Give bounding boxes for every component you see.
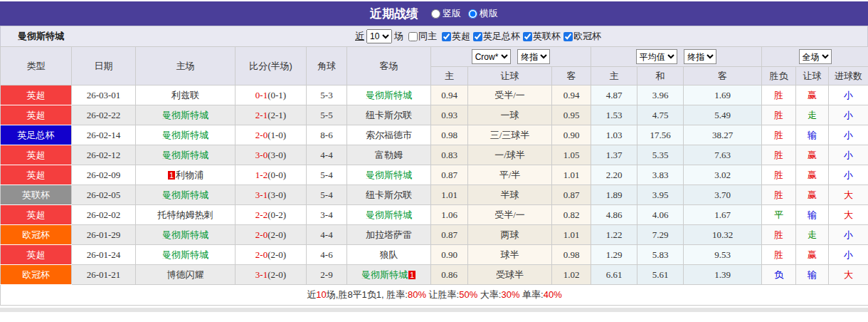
europe-odds-source-select[interactable]: 平均值 (636, 49, 677, 64)
score-cell: 3-1(3-0) (235, 185, 307, 205)
league-filter-option[interactable]: 英足总杯 (470, 30, 520, 43)
away-team-name: 纽卡斯尔联 (366, 110, 412, 120)
half-time-score: (0-2) (268, 209, 286, 220)
layout-radio-horizontal[interactable] (468, 9, 477, 19)
sub-header-goals: 进球数 (829, 67, 868, 85)
match-row: 英超26-02-02托特纳姆热刺2-2(0-2)3-4曼彻斯特城1.06受半/一… (1, 205, 868, 225)
half-time-score: (2-1) (268, 110, 286, 120)
match-period-select[interactable]: 全场 (799, 49, 832, 64)
handicap-odds-cell: 三/三球半 (468, 125, 552, 145)
league-filter-checkbox[interactable] (442, 32, 451, 41)
result-cell: 小 (829, 125, 868, 145)
result-cell: 平 (762, 205, 796, 225)
league-type-cell: 英超 (1, 205, 72, 225)
europe-odds-cell: 4.86 (591, 205, 637, 225)
layout-radio-horizontal-label: 横版 (480, 7, 498, 20)
league-filter-option[interactable]: 欧冠杯 (561, 30, 601, 43)
handicap-odds-cell: 0.87 (552, 185, 591, 205)
europe-odds-cell: 1.29 (591, 245, 637, 265)
home-team-cell: 博德闪耀 (136, 265, 235, 285)
team-name: 曼彻斯特城 (18, 30, 64, 43)
date-cell: 26-02-02 (72, 205, 136, 225)
europe-odds-cell: 1.37 (591, 145, 637, 165)
europe-odds-cell: 5.35 (637, 145, 684, 165)
europe-odds-cell: 9.53 (684, 245, 762, 265)
recent-label[interactable]: 近 (355, 30, 364, 43)
col-header-date: 日期 (72, 47, 136, 85)
result-cell: 小 (829, 145, 868, 165)
sub-header-handicap-line: 让球 (468, 67, 552, 85)
handicap-odds-cell: 0.94 (431, 85, 468, 105)
summary-cell: 近10场,胜8平1负1, 胜率:80% 让胜率:50% 大率:30% 单率:40… (1, 285, 868, 306)
corners-cell: 2-9 (307, 265, 347, 285)
match-row: 英超26-03-01利兹联0-1(0-1)5-3曼彻斯特城0.94受半/一0.9… (1, 85, 868, 105)
layout-radio-vertical[interactable] (431, 9, 440, 19)
filter-controls: 近 10 场 同主 英超英足总杯英联杯欧冠杯 (355, 29, 601, 43)
result-cell: 输 (796, 265, 829, 285)
europe-odds-cell: 3.95 (637, 185, 684, 205)
handicap-odds-cell: 0.87 (431, 165, 468, 185)
league-type-cell: 英超 (1, 85, 72, 105)
corners-cell: 5-3 (307, 85, 347, 105)
same-home-checkbox[interactable] (408, 32, 418, 41)
handicap-odds-time-select[interactable]: 终指 (517, 49, 550, 64)
bottom-divider (0, 308, 868, 312)
corners-cell: 4-6 (307, 245, 347, 265)
layout-option-vertical[interactable]: 竖版 (431, 7, 461, 20)
half-time-score: (0-0) (268, 170, 286, 180)
league-filter-checkbox[interactable] (473, 32, 482, 41)
handicap-odds-cell: 0.93 (431, 105, 468, 125)
date-cell: 26-01-21 (72, 265, 136, 285)
europe-odds-cell: 7.29 (637, 225, 684, 245)
score-cell: 2-1(2-1) (235, 105, 307, 125)
home-team-name: 托特纳姆热刺 (158, 209, 213, 220)
europe-odds-cell: 38.27 (684, 125, 762, 145)
summary-segment: 场,胜8平1负1, 胜率: (327, 289, 408, 300)
date-cell: 26-02-12 (72, 145, 136, 165)
away-team-cell: 纽卡斯尔联 (347, 105, 431, 125)
sub-header-handicap-result: 让球 (796, 67, 829, 85)
league-type-cell: 英超 (1, 165, 72, 185)
league-filter-checkbox[interactable] (523, 32, 532, 41)
europe-odds-cell: 1.53 (591, 105, 637, 125)
date-cell: 26-02-05 (72, 185, 136, 205)
rank-badge: 1 (408, 271, 416, 279)
result-cell: 胜 (762, 85, 796, 105)
match-row: 英超26-01-24曼彻斯特城2-0(2-0)4-6狼队0.90球半0.981.… (1, 245, 868, 265)
date-cell: 26-01-29 (72, 225, 136, 245)
result-cell: 小 (829, 165, 868, 185)
full-time-score: 2-1 (255, 110, 268, 120)
handicap-odds-cell: 一/球半 (468, 145, 552, 165)
half-time-score: (2-0) (268, 269, 286, 280)
result-cell: 胜 (762, 125, 796, 145)
filter-bar: 曼彻斯特城 近 10 场 同主 英超英足总杯英联杯欧冠杯 (0, 26, 868, 46)
europe-odds-cell: 1.39 (684, 265, 762, 285)
date-cell: 26-02-22 (72, 105, 136, 125)
home-team-name: 利兹联 (171, 90, 199, 100)
europe-odds-time-select[interactable]: 终指 (684, 49, 716, 64)
half-time-score: (3-0) (268, 150, 286, 160)
europe-odds-cell: 1.22 (591, 225, 637, 245)
league-filter-option[interactable]: 英联杯 (520, 30, 561, 43)
bookmaker-select[interactable]: Crow* (472, 49, 511, 64)
league-filter-checkbox[interactable] (563, 32, 573, 41)
full-time-score: 0-1 (255, 90, 268, 100)
league-filter-option[interactable]: 英超 (439, 30, 470, 43)
match-row: 欧冠杯26-01-21博德闪耀3-1(2-0)2-9曼彻斯特城10.86受球半1… (1, 265, 868, 285)
recent-count-select[interactable]: 10 (366, 29, 392, 43)
corners-cell: 3-4 (307, 205, 347, 225)
summary-segment: 50% (459, 289, 477, 300)
league-filter-label: 英足总杯 (483, 30, 520, 43)
home-team-name: 博德闪耀 (167, 269, 204, 280)
score-cell: 1-2(0-0) (235, 165, 307, 185)
same-home-option[interactable]: 同主 (406, 30, 437, 43)
results-table: 类型 日期 主场 比分(半场) 角球 客场 Crow* 终指 平均值 终指 全场… (0, 46, 868, 306)
layout-option-horizontal[interactable]: 横版 (468, 7, 498, 20)
handicap-odds-cell: 半球 (468, 185, 552, 205)
result-cell: 小 (829, 105, 868, 125)
sub-header-winloss: 胜负 (762, 67, 796, 85)
score-cell: 3-0(3-0) (235, 145, 307, 165)
sub-header-handicap-home: 主 (431, 67, 468, 85)
result-cell: 大 (829, 185, 868, 205)
result-cell: 胜 (762, 185, 796, 205)
